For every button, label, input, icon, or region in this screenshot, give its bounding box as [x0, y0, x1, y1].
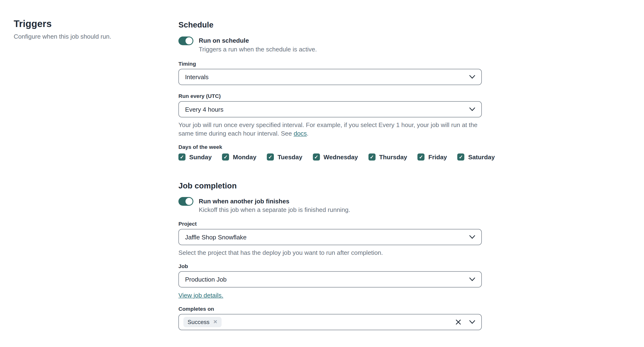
docs-link[interactable]: docs	[294, 130, 306, 137]
thursday-checkbox[interactable]	[368, 154, 375, 161]
job-select-value: Production Job	[185, 276, 227, 283]
project-help: Select the project that has the deploy j…	[178, 248, 482, 257]
run-on-schedule-description: Triggers a run when the schedule is acti…	[199, 45, 317, 53]
tuesday-label: Tuesday	[278, 154, 302, 161]
thursday-label: Thursday	[379, 154, 407, 161]
project-select-value: Jaffle Shop Snowflake	[185, 234, 246, 241]
success-tag-label: Success	[188, 319, 210, 325]
chevron-down-icon	[469, 75, 475, 79]
success-tag-chip: Success ✕	[184, 317, 222, 327]
sunday-checkbox[interactable]	[178, 154, 186, 161]
triggers-form: Schedule Run on schedule Triggers a run …	[178, 0, 482, 347]
saturday-label: Saturday	[468, 154, 494, 161]
days-of-week-label: Days of the week	[178, 144, 222, 150]
schedule-section-title: Schedule	[178, 20, 214, 30]
triggers-settings-page: Triggers Configure when this job should …	[0, 0, 644, 347]
run-when-another-job-label: Run when another job finishes	[199, 197, 350, 206]
monday-label: Monday	[233, 154, 256, 161]
multiselect-controls	[456, 320, 475, 325]
run-when-another-job-row: Run when another job finishes Kickoff th…	[178, 197, 350, 214]
monday-checkbox[interactable]	[222, 154, 229, 161]
run-when-another-job-text: Run when another job finishes Kickoff th…	[199, 197, 350, 214]
view-job-details-wrap: View job details.	[178, 291, 482, 300]
job-select[interactable]: Production Job	[178, 271, 482, 288]
completes-on-label: Completes on	[178, 306, 214, 312]
project-select[interactable]: Jaffle Shop Snowflake	[178, 229, 482, 245]
timing-label: Timing	[178, 61, 196, 67]
page-subtitle: Configure when this job should run.	[14, 32, 112, 41]
day-tuesday: Tuesday	[267, 154, 302, 161]
run-every-label: Run every (UTC)	[178, 93, 221, 99]
day-friday: Friday	[418, 154, 447, 161]
day-wednesday: Wednesday	[313, 154, 358, 161]
run-every-select[interactable]: Every 4 hours	[178, 101, 482, 117]
toggle-knob	[186, 37, 192, 44]
view-job-details-link[interactable]: View job details.	[178, 292, 223, 299]
run-every-select-value: Every 4 hours	[185, 106, 224, 113]
wednesday-label: Wednesday	[324, 154, 358, 161]
chevron-down-icon[interactable]	[469, 320, 475, 324]
run-when-another-job-description: Kickoff this job when a separate job is …	[199, 205, 350, 214]
remove-tag-icon[interactable]: ✕	[213, 320, 218, 325]
run-on-schedule-text: Run on schedule Triggers a run when the …	[199, 36, 317, 53]
timing-select[interactable]: Intervals	[178, 69, 482, 85]
job-completion-section-title: Job completion	[178, 181, 237, 191]
completes-on-multiselect[interactable]: Success ✕	[178, 314, 482, 330]
page-title: Triggers	[14, 17, 52, 30]
wednesday-checkbox[interactable]	[313, 154, 320, 161]
run-on-schedule-toggle[interactable]	[178, 36, 194, 45]
run-every-help: Your job will run once every specified i…	[178, 120, 482, 138]
chevron-down-icon	[469, 235, 475, 239]
chevron-down-icon	[469, 278, 475, 281]
run-every-help-text: Your job will run once every specified i…	[178, 121, 478, 137]
saturday-checkbox[interactable]	[458, 154, 464, 161]
sunday-label: Sunday	[189, 154, 212, 161]
day-sunday: Sunday	[178, 154, 212, 161]
days-of-week-row: Sunday Monday Tuesday Wednesday Thursday…	[178, 154, 495, 161]
run-every-help-suffix: .	[307, 130, 308, 137]
day-saturday: Saturday	[458, 154, 495, 161]
run-when-another-job-toggle[interactable]	[178, 197, 194, 206]
day-monday: Monday	[222, 154, 256, 161]
job-label: Job	[178, 263, 188, 270]
friday-checkbox[interactable]	[418, 154, 425, 161]
timing-select-value: Intervals	[185, 73, 209, 81]
tuesday-checkbox[interactable]	[267, 154, 274, 161]
clear-all-icon[interactable]	[456, 320, 461, 325]
project-label: Project	[178, 221, 197, 227]
toggle-knob	[186, 198, 192, 205]
run-on-schedule-label: Run on schedule	[199, 36, 317, 45]
friday-label: Friday	[428, 154, 447, 161]
run-on-schedule-row: Run on schedule Triggers a run when the …	[178, 36, 317, 53]
day-thursday: Thursday	[368, 154, 407, 161]
chevron-down-icon	[469, 107, 475, 111]
